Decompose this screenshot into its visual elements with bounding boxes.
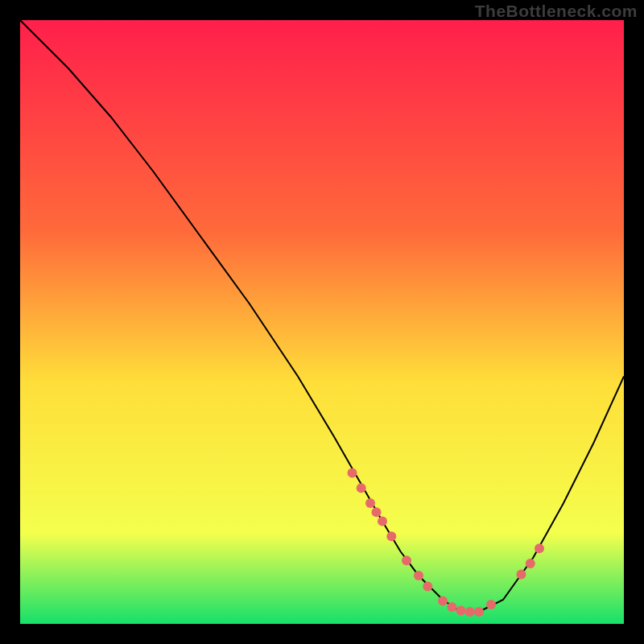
highlight-dot xyxy=(386,531,396,541)
highlight-dot xyxy=(517,570,526,580)
gradient-background xyxy=(20,20,624,624)
highlight-dot xyxy=(535,543,544,553)
highlight-dot xyxy=(456,606,466,616)
highlight-dot xyxy=(486,600,496,609)
highlight-dot xyxy=(423,582,432,592)
plot-area xyxy=(20,20,624,624)
highlight-dot xyxy=(372,507,382,517)
highlight-dot xyxy=(378,517,387,526)
highlight-dot xyxy=(474,607,484,617)
highlight-dot xyxy=(402,555,411,565)
chart-frame: TheBottleneck.com xyxy=(0,0,644,644)
bottleneck-chart xyxy=(20,20,624,624)
highlight-dot xyxy=(348,469,357,478)
highlight-dot xyxy=(438,597,448,606)
highlight-dot xyxy=(365,498,375,508)
watermark-text: TheBottleneck.com xyxy=(475,2,638,21)
highlight-dot xyxy=(526,559,535,568)
highlight-dot xyxy=(414,571,423,580)
highlight-dot xyxy=(465,607,475,617)
highlight-dot xyxy=(447,602,456,612)
highlight-dot xyxy=(357,483,366,493)
